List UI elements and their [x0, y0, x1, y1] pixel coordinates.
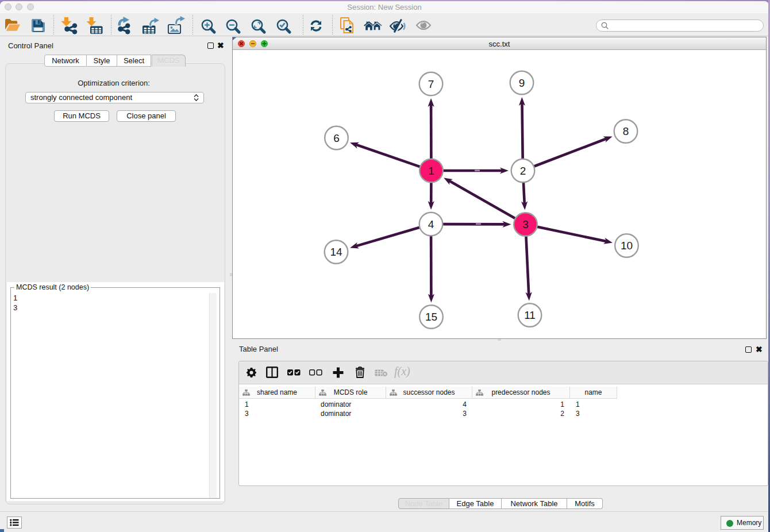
svg-text:7: 7 — [428, 78, 434, 90]
svg-text:1: 1 — [428, 165, 434, 177]
svg-text:9: 9 — [519, 77, 525, 89]
svg-text:8: 8 — [623, 125, 629, 137]
svg-text:11: 11 — [524, 309, 536, 321]
svg-text:6: 6 — [333, 132, 340, 144]
svg-text:4: 4 — [428, 218, 434, 230]
svg-text:10: 10 — [621, 240, 633, 252]
svg-text:2: 2 — [520, 165, 526, 177]
svg-text:15: 15 — [425, 311, 437, 323]
svg-text:14: 14 — [330, 246, 342, 258]
svg-text:3: 3 — [522, 218, 529, 230]
